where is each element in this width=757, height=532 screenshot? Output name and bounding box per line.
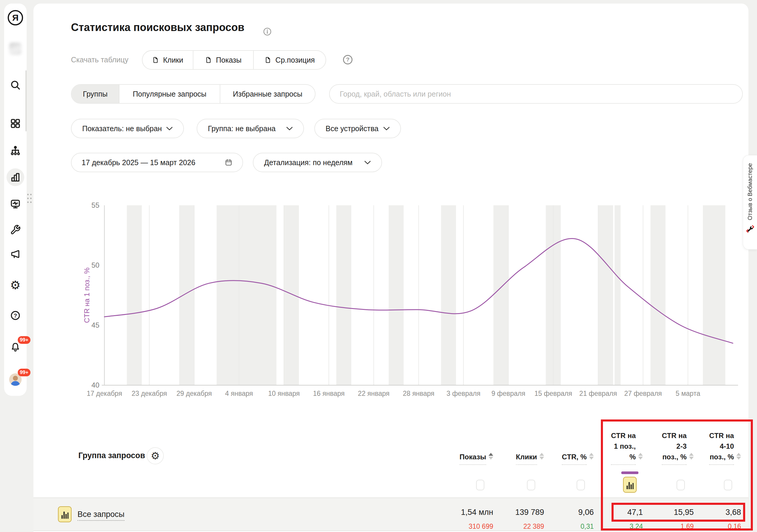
delta-clicks: 22 389 xyxy=(523,522,544,531)
checkbox-ctr[interactable] xyxy=(577,480,585,490)
svg-text:45: 45 xyxy=(91,321,99,329)
delta-shows: 310 699 xyxy=(469,522,493,531)
svg-text:CTR на 1 поз., %: CTR на 1 поз., % xyxy=(83,267,91,323)
sort-arrows-icon[interactable] xyxy=(489,453,493,460)
sidebar-item-dashboard[interactable] xyxy=(10,118,21,129)
checkbox-shows[interactable] xyxy=(476,480,484,490)
row-chart-toggle-button[interactable] xyxy=(58,506,72,522)
column-header-ctr[interactable]: CTR, % xyxy=(562,452,594,465)
help-button[interactable]: ? xyxy=(343,55,352,64)
download-avg-position-button[interactable]: Ср.позиция xyxy=(253,51,325,69)
calendar-icon xyxy=(225,159,232,166)
sitemap-icon xyxy=(10,145,21,156)
row-name-all-queries[interactable]: Все запросы xyxy=(77,510,125,521)
tab-popular-queries[interactable]: Популярные запросы xyxy=(119,85,220,103)
svg-text:27 февраля: 27 февраля xyxy=(624,390,662,397)
download-table-label: Скачать таблицу xyxy=(71,56,128,64)
sidebar-item-search[interactable] xyxy=(10,80,21,90)
svg-text:17 декабря: 17 декабря xyxy=(87,390,122,397)
chevron-down-icon xyxy=(286,127,293,130)
column-header-shows[interactable]: Показы xyxy=(460,452,493,465)
cell-shows: 1,54 млн xyxy=(461,508,493,517)
download-button-group: Клики Показы Ср.позиция xyxy=(142,50,326,70)
date-range-picker[interactable]: 17 декабрь 2025 — 15 март 2026 xyxy=(71,153,243,172)
file-icon xyxy=(205,56,212,64)
download-shows-button[interactable]: Показы xyxy=(193,51,253,69)
svg-text:28 января: 28 января xyxy=(403,390,435,397)
svg-text:29 декабря: 29 декабря xyxy=(176,390,212,397)
tab-favorite-queries[interactable]: Избранные запросы xyxy=(220,85,315,103)
wrench-code-icon xyxy=(746,225,755,233)
checkbox-clicks[interactable] xyxy=(527,480,535,490)
sidebar-item-site-structure[interactable] xyxy=(10,145,21,156)
question-circle-icon: ? xyxy=(343,55,352,64)
sidebar-item-statistics[interactable] xyxy=(10,172,21,182)
apps-grid-icon xyxy=(10,118,21,129)
bar-chart-icon xyxy=(10,172,21,182)
yandex-logo[interactable]: Я xyxy=(8,10,23,25)
info-icon[interactable] xyxy=(263,27,272,36)
column-header-clicks[interactable]: Клики xyxy=(516,452,544,465)
feedback-tab[interactable]: Отзыв о Вебмастере xyxy=(743,155,757,250)
svg-text:9 февраля: 9 февраля xyxy=(492,390,526,397)
cell-ctr: 9,06 xyxy=(578,508,594,517)
svg-text:55: 55 xyxy=(91,201,99,209)
svg-text:10 января: 10 января xyxy=(268,390,300,397)
ctr-line-chart[interactable]: 5550454017 декабря23 декабря29 декабря4 … xyxy=(0,186,757,410)
svg-text:4 января: 4 января xyxy=(225,390,253,397)
sort-arrows-icon[interactable] xyxy=(539,453,544,460)
table-settings-button[interactable]: ⚙ xyxy=(147,447,164,464)
sort-arrows-icon[interactable] xyxy=(589,453,594,460)
chevron-down-icon xyxy=(364,161,371,164)
svg-text:23 декабря: 23 декабря xyxy=(132,390,167,397)
file-icon xyxy=(264,56,271,64)
sidebar-scrollbar[interactable] xyxy=(25,70,27,131)
file-icon xyxy=(152,56,159,64)
svg-text:16 января: 16 января xyxy=(313,390,345,397)
table-group-header: Группа запросов xyxy=(78,451,145,460)
svg-text:5 марта: 5 марта xyxy=(676,390,700,397)
delta-ctr: 0,31 xyxy=(581,522,594,531)
yandex-webmaster-screen: Я xyxy=(0,0,757,532)
metric-filter-dropdown[interactable]: Показатель: не выбран xyxy=(71,119,184,138)
chevron-down-icon xyxy=(166,127,173,130)
svg-text:22 января: 22 января xyxy=(358,390,389,397)
svg-text:50: 50 xyxy=(91,261,99,269)
mini-bar-chart-icon xyxy=(61,511,69,519)
page-title: Статистика поисковых запросов xyxy=(71,21,244,34)
svg-text:21 февраля: 21 февраля xyxy=(579,390,617,397)
svg-text:40: 40 xyxy=(91,381,99,389)
search-icon xyxy=(10,80,21,90)
site-favicon-blurred[interactable] xyxy=(9,42,21,55)
region-search-input[interactable] xyxy=(329,84,743,104)
tab-bar: Группы Популярные запросы Избранные запр… xyxy=(71,84,316,104)
gear-icon: ⚙ xyxy=(151,450,160,462)
download-clicks-button[interactable]: Клики xyxy=(142,51,193,69)
tab-groups[interactable]: Группы xyxy=(72,85,119,103)
group-filter-dropdown[interactable]: Группа: не выбрана xyxy=(197,119,304,138)
granularity-dropdown[interactable]: Детализация: по неделям xyxy=(253,153,382,172)
feedback-tab-label: Отзыв о Вебмастере xyxy=(747,163,753,220)
cell-clicks: 139 789 xyxy=(515,508,544,517)
svg-text:15 февраля: 15 февраля xyxy=(534,390,572,397)
annotation-inner-red-box xyxy=(612,503,745,522)
chevron-down-icon xyxy=(383,127,390,130)
devices-filter-dropdown[interactable]: Все устройства xyxy=(314,119,401,138)
svg-text:3 февраля: 3 февраля xyxy=(446,390,480,397)
